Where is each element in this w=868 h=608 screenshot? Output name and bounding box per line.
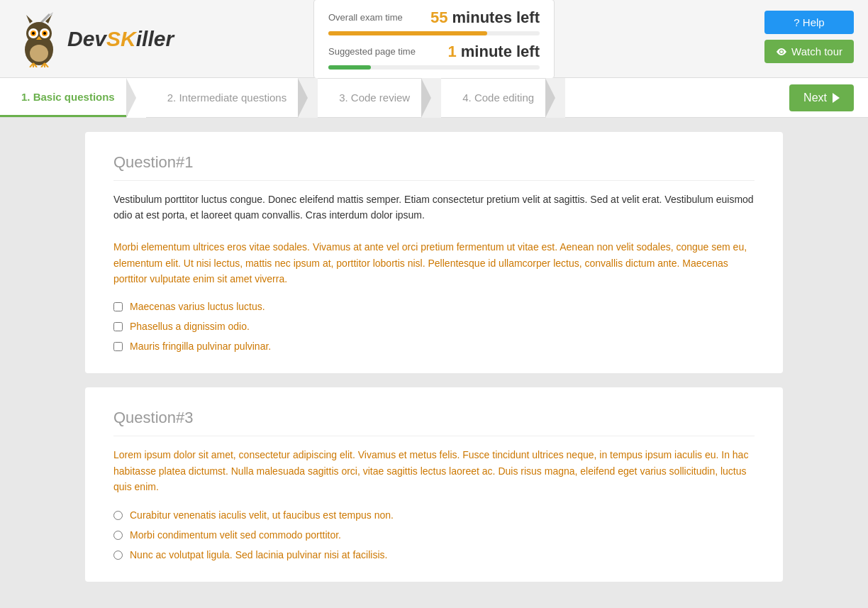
- question-3-option-2[interactable]: Morbi condimentum velit sed commodo port…: [113, 529, 755, 541]
- logo-area: DevSKiller: [14, 11, 174, 67]
- question-1-card: Question#1 Vestibulum porttitor luctus c…: [85, 132, 783, 373]
- svg-point-11: [43, 32, 46, 35]
- question-3-option-1[interactable]: Curabitur venenatis iaculis velit, ut fa…: [113, 509, 755, 521]
- next-arrow-icon: [833, 93, 840, 103]
- question-1-option-1-label: Maecenas varius luctus luctus.: [130, 301, 265, 312]
- tab-intermediate-questions[interactable]: 2. Intermediate questions: [146, 78, 308, 117]
- question-3-options: Curabitur venenatis iaculis velit, ut fa…: [113, 509, 755, 560]
- logo-text: DevSKiller: [67, 27, 174, 51]
- svg-point-10: [32, 32, 35, 35]
- header: DevSKiller Overall exam time 55 minutes …: [0, 0, 868, 78]
- question-1-checkbox-2[interactable]: [113, 322, 123, 331]
- overall-exam-value: 55 minutes left: [430, 9, 540, 27]
- overall-exam-label: Overall exam time: [328, 12, 403, 23]
- tab-arrow-2: [298, 78, 318, 118]
- question-3-body-part1: Lorem ipsum dolor sit amet, consectetur …: [113, 447, 755, 494]
- suggested-page-label: Suggested page time: [328, 46, 416, 57]
- question-1-body: Vestibulum porttitor luctus congue. Done…: [113, 192, 755, 287]
- question-3-radio-3[interactable]: [113, 551, 123, 560]
- question-1-body-part2: Morbi elementum ultrices eros vitae soda…: [113, 239, 755, 287]
- tab-code-review[interactable]: 3. Code review: [318, 78, 431, 117]
- question-3-option-1-label: Curabitur venenatis iaculis velit, ut fa…: [130, 509, 394, 521]
- tab-arrow-1: [126, 78, 146, 118]
- suggested-page-value: 1 minute left: [447, 43, 540, 61]
- question-3-radio-2[interactable]: [113, 531, 123, 540]
- question-3-option-2-label: Morbi condimentum velit sed commodo port…: [130, 529, 341, 541]
- owl-logo-icon: [14, 11, 64, 67]
- next-button[interactable]: Next: [789, 84, 854, 111]
- question-1-checkbox-1[interactable]: [113, 302, 123, 311]
- header-buttons: ? Help Watch tour: [764, 11, 854, 63]
- main-content: Question#1 Vestibulum porttitor luctus c…: [0, 118, 868, 608]
- question-3-card: Question#3 Lorem ipsum dolor sit amet, c…: [85, 387, 783, 581]
- question-1-option-3[interactable]: Mauris fringilla pulvinar pulvinar.: [113, 341, 755, 352]
- question-3-radio-1[interactable]: [113, 511, 123, 520]
- suggested-progress-bar: [328, 65, 371, 70]
- eye-icon: [776, 46, 787, 57]
- watch-tour-button[interactable]: Watch tour: [764, 40, 854, 63]
- tab-basic-questions[interactable]: 1. Basic questions: [0, 78, 136, 117]
- svg-point-13: [30, 45, 48, 62]
- tab-arrow-4: [545, 78, 565, 118]
- svg-marker-4: [26, 15, 33, 23]
- question-1-option-1[interactable]: Maecenas varius luctus luctus.: [113, 301, 755, 312]
- question-1-option-2-label: Phasellus a dignissim odio.: [130, 321, 250, 332]
- question-3-option-3[interactable]: Nunc ac volutpat ligula. Sed lacinia pul…: [113, 549, 755, 560]
- question-3-body: Lorem ipsum dolor sit amet, consectetur …: [113, 447, 755, 494]
- question-1-checkbox-3[interactable]: [113, 342, 123, 351]
- question-3-title: Question#3: [113, 409, 755, 436]
- suggested-minutes-unit: minute left: [457, 43, 540, 60]
- overall-progress-bar: [328, 31, 487, 35]
- question-3-option-3-label: Nunc ac volutpat ligula. Sed lacinia pul…: [130, 549, 387, 560]
- tab-code-editing[interactable]: 4. Code editing: [441, 78, 555, 117]
- question-1-options: Maecenas varius luctus luctus. Phasellus…: [113, 301, 755, 352]
- overall-minutes-num: 55: [430, 9, 447, 26]
- tab-arrow-3: [421, 78, 441, 118]
- svg-marker-28: [833, 93, 840, 103]
- timer-box: Overall exam time 55 minutes left Sugges…: [313, 0, 555, 79]
- suggested-minutes-num: 1: [447, 43, 456, 60]
- help-button[interactable]: ? Help: [764, 11, 854, 34]
- overall-minutes-unit: minutes left: [447, 9, 540, 26]
- question-1-option-3-label: Mauris fringilla pulvinar pulvinar.: [130, 341, 271, 352]
- nav-tabs: 1. Basic questions 2. Intermediate quest…: [0, 78, 868, 118]
- question-1-body-part1: Vestibulum porttitor luctus congue. Done…: [113, 192, 755, 223]
- question-1-option-2[interactable]: Phasellus a dignissim odio.: [113, 321, 755, 332]
- question-1-title: Question#1: [113, 153, 755, 181]
